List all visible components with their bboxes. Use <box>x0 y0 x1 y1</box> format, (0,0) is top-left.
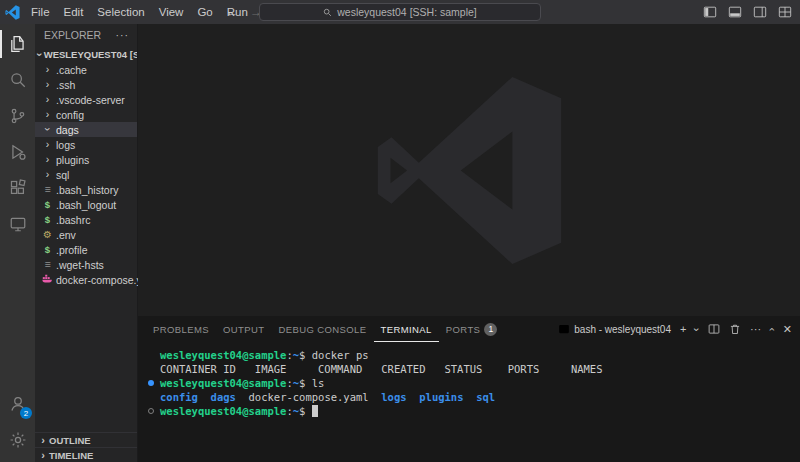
toggle-primary-sidebar-icon[interactable] <box>703 5 717 19</box>
activity-bar-spacer <box>0 242 35 386</box>
terminal-text-segment: ls <box>312 377 325 389</box>
terminal-text-segment: $ <box>299 405 312 417</box>
activity-run-debug[interactable] <box>0 134 35 170</box>
terminal-line: wesleyquest04@sample:~$ ls <box>147 376 800 390</box>
panel-tab-label: OUTPUT <box>223 324 264 335</box>
maximize-panel-chevron-icon[interactable]: › <box>766 327 777 331</box>
tree-item-bash-history[interactable]: ≡.bash_history <box>35 182 137 197</box>
panel-tab-problems[interactable]: PROBLEMS <box>146 316 216 342</box>
terminal-text-segment: $ <box>299 349 312 361</box>
terminal-text-segment: docker-compose.yaml <box>236 391 381 403</box>
editor-area[interactable] <box>138 24 800 316</box>
customize-layout-icon[interactable] <box>778 5 792 19</box>
panel-tab-debug-console[interactable]: DEBUG CONSOLE <box>271 316 373 342</box>
launch-profile-chevron-icon[interactable]: › <box>692 327 703 331</box>
panel-tab-label: PROBLEMS <box>153 324 209 335</box>
panel-tab-ports[interactable]: PORTS1 <box>439 316 505 342</box>
chevron-right-icon: › <box>42 139 53 150</box>
tree-item-ssh[interactable]: ›.ssh <box>35 77 137 92</box>
tree-item-docker-compose-yaml[interactable]: docker-compose.yaml <box>35 272 137 287</box>
chevron-right-icon: › <box>42 94 53 105</box>
panel-tab-label: PORTS <box>446 324 481 335</box>
sidebar-header: EXPLORER ··· <box>35 24 137 46</box>
command-center[interactable]: wesleyquest04 [SSH: sample] <box>259 3 541 21</box>
chevron-right-icon: › <box>42 64 53 75</box>
toggle-secondary-sidebar-icon[interactable] <box>753 5 767 19</box>
explorer-more-actions-icon[interactable]: ··· <box>116 29 130 41</box>
terminal-text-segment: CONTAINER ID IMAGE COMMAND CREATED STATU… <box>160 363 603 375</box>
activity-remote-explorer[interactable] <box>0 206 35 242</box>
command-decoration-gray-circle[interactable] <box>148 408 154 414</box>
timeline-section-header[interactable]: › TIMELINE <box>35 447 137 462</box>
panel-more-actions-icon[interactable]: ··· <box>750 324 761 335</box>
tree-item-label: .vscode-server <box>56 94 125 106</box>
toggle-panel-icon[interactable] <box>728 5 742 19</box>
activity-explorer[interactable] <box>0 26 35 62</box>
activity-search[interactable] <box>0 62 35 98</box>
tree-item-bashrc[interactable]: $.bashrc <box>35 212 137 227</box>
close-panel-icon[interactable]: ✕ <box>783 324 792 335</box>
tree-item-vscode-server[interactable]: ›.vscode-server <box>35 92 137 107</box>
bottom-panel: PROBLEMSOUTPUTDEBUG CONSOLETERMINALPORTS… <box>138 316 800 462</box>
extensions-icon <box>9 179 27 197</box>
menu-file[interactable]: File <box>24 0 57 24</box>
tree-item-dags[interactable]: ›dags <box>35 122 137 137</box>
panel-tab-label: TERMINAL <box>381 324 432 335</box>
panel-tab-terminal[interactable]: TERMINAL <box>374 316 439 342</box>
new-terminal-icon[interactable]: + <box>680 324 686 335</box>
vscode-window: File Edit Selection View Go Run ··· ← → … <box>0 0 800 462</box>
activity-source-control[interactable] <box>0 98 35 134</box>
activity-extensions[interactable] <box>0 170 35 206</box>
panel-tab-output[interactable]: OUTPUT <box>216 316 271 342</box>
kill-terminal-icon[interactable] <box>729 323 741 335</box>
tree-item-wget-hsts[interactable]: ≡.wget-hsts <box>35 257 137 272</box>
tree-item-label: sql <box>56 169 69 181</box>
nav-back-icon[interactable]: ← <box>226 5 238 19</box>
menu-go[interactable]: Go <box>190 0 219 24</box>
outline-section-header[interactable]: › OUTLINE <box>35 432 137 447</box>
shell-icon: $ <box>42 245 53 255</box>
tree-item-cache[interactable]: ›.cache <box>35 62 137 77</box>
tree-item-label: .ssh <box>56 79 75 91</box>
tree-item-sql[interactable]: ›sql <box>35 167 137 182</box>
vscode-watermark-icon <box>372 73 567 268</box>
search-icon <box>9 71 27 89</box>
source-control-branch-icon <box>9 107 27 125</box>
tree-item-label: dags <box>56 124 79 136</box>
tree-item-label: .bash_history <box>56 184 118 196</box>
docker-icon <box>42 274 53 286</box>
command-decoration-blue-dot[interactable] <box>148 380 154 386</box>
activity-settings[interactable] <box>0 422 35 458</box>
tree-item-profile[interactable]: $.profile <box>35 242 137 257</box>
chevron-down-icon: › <box>42 124 53 135</box>
split-terminal-icon[interactable] <box>708 323 720 335</box>
terminal-selector[interactable]: bash - wesleyquest04 <box>558 323 671 335</box>
shell-icon: $ <box>42 200 53 210</box>
vscode-logo-icon <box>0 5 24 20</box>
layout-controls <box>703 0 792 24</box>
tree-item-plugins[interactable]: ›plugins <box>35 152 137 167</box>
terminal-text-segment <box>198 391 211 403</box>
activity-accounts[interactable]: 2 <box>0 386 35 422</box>
tree-item-label: logs <box>56 139 75 151</box>
tree-item-bash-logout[interactable]: $.bash_logout <box>35 197 137 212</box>
menu-view[interactable]: View <box>152 0 191 24</box>
files-icon <box>9 35 27 53</box>
explorer-tree: ›.cache›.ssh›.vscode-server›config›dags›… <box>35 62 137 287</box>
workspace-section-header[interactable]: › WESLEYQUEST04 [SSH: SA... <box>35 46 137 62</box>
sidebar-title: EXPLORER <box>44 29 101 41</box>
terminal-line: wesleyquest04@sample:~$ <box>147 404 800 418</box>
menu-selection[interactable]: Selection <box>90 0 151 24</box>
tree-item-logs[interactable]: ›logs <box>35 137 137 152</box>
run-and-debug-icon <box>9 143 27 161</box>
tree-item-env[interactable]: ⚙.env <box>35 227 137 242</box>
chevron-right-icon: › <box>38 450 48 461</box>
terminal-content[interactable]: wesleyquest04@sample:~$ docker psCONTAIN… <box>138 342 800 462</box>
tree-item-config[interactable]: ›config <box>35 107 137 122</box>
terminal-cursor <box>312 405 318 417</box>
activity-bar: 2 <box>0 24 35 462</box>
tree-item-label: .cache <box>56 64 87 76</box>
menu-edit[interactable]: Edit <box>57 0 91 24</box>
terminal-selector-label: bash - wesleyquest04 <box>574 324 671 335</box>
chevron-right-icon: › <box>42 79 53 90</box>
